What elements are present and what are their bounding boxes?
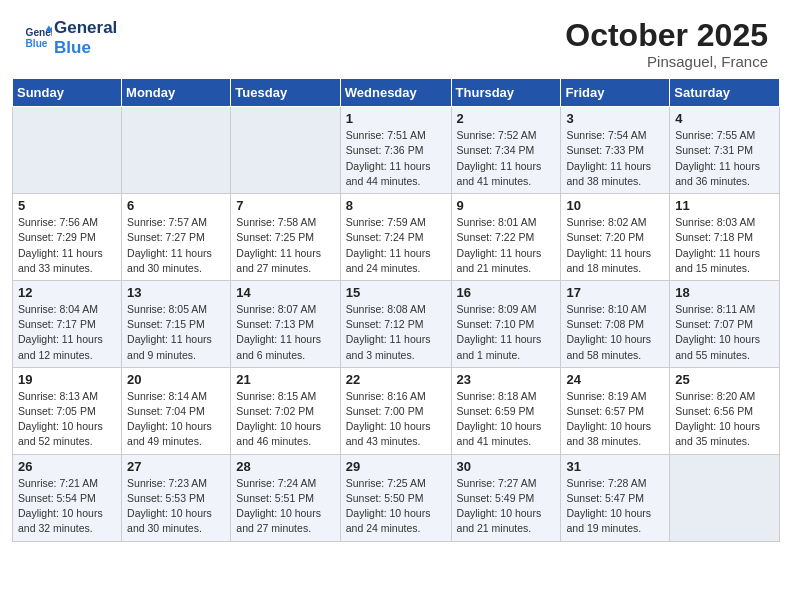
- day-number: 6: [127, 198, 225, 213]
- day-number: 20: [127, 372, 225, 387]
- day-number: 2: [457, 111, 556, 126]
- day-info: Sunrise: 7:51 AM Sunset: 7:36 PM Dayligh…: [346, 128, 446, 189]
- calendar-cell: 2Sunrise: 7:52 AM Sunset: 7:34 PM Daylig…: [451, 107, 561, 194]
- calendar-cell: 28Sunrise: 7:24 AM Sunset: 5:51 PM Dayli…: [231, 454, 340, 541]
- day-info: Sunrise: 8:16 AM Sunset: 7:00 PM Dayligh…: [346, 389, 446, 450]
- weekday-header: Saturday: [670, 79, 780, 107]
- day-number: 18: [675, 285, 774, 300]
- weekday-header: Tuesday: [231, 79, 340, 107]
- calendar-cell: 13Sunrise: 8:05 AM Sunset: 7:15 PM Dayli…: [122, 280, 231, 367]
- logo-blue: Blue: [54, 38, 117, 58]
- day-number: 19: [18, 372, 116, 387]
- day-number: 16: [457, 285, 556, 300]
- day-number: 27: [127, 459, 225, 474]
- calendar-cell: 16Sunrise: 8:09 AM Sunset: 7:10 PM Dayli…: [451, 280, 561, 367]
- day-number: 12: [18, 285, 116, 300]
- day-info: Sunrise: 7:55 AM Sunset: 7:31 PM Dayligh…: [675, 128, 774, 189]
- day-info: Sunrise: 8:14 AM Sunset: 7:04 PM Dayligh…: [127, 389, 225, 450]
- day-info: Sunrise: 7:28 AM Sunset: 5:47 PM Dayligh…: [566, 476, 664, 537]
- day-info: Sunrise: 7:27 AM Sunset: 5:49 PM Dayligh…: [457, 476, 556, 537]
- logo-icon: General Blue: [24, 24, 52, 52]
- calendar-cell: 15Sunrise: 8:08 AM Sunset: 7:12 PM Dayli…: [340, 280, 451, 367]
- weekday-header: Thursday: [451, 79, 561, 107]
- day-number: 24: [566, 372, 664, 387]
- calendar-cell: 6Sunrise: 7:57 AM Sunset: 7:27 PM Daylig…: [122, 194, 231, 281]
- weekday-header: Friday: [561, 79, 670, 107]
- day-info: Sunrise: 8:07 AM Sunset: 7:13 PM Dayligh…: [236, 302, 334, 363]
- day-info: Sunrise: 8:15 AM Sunset: 7:02 PM Dayligh…: [236, 389, 334, 450]
- day-info: Sunrise: 7:21 AM Sunset: 5:54 PM Dayligh…: [18, 476, 116, 537]
- weekday-header: Wednesday: [340, 79, 451, 107]
- day-number: 1: [346, 111, 446, 126]
- day-number: 9: [457, 198, 556, 213]
- calendar-cell: 3Sunrise: 7:54 AM Sunset: 7:33 PM Daylig…: [561, 107, 670, 194]
- day-number: 13: [127, 285, 225, 300]
- calendar-week-row: 5Sunrise: 7:56 AM Sunset: 7:29 PM Daylig…: [13, 194, 780, 281]
- day-number: 29: [346, 459, 446, 474]
- calendar-cell: 30Sunrise: 7:27 AM Sunset: 5:49 PM Dayli…: [451, 454, 561, 541]
- month-title: October 2025: [565, 18, 768, 53]
- calendar-cell: 12Sunrise: 8:04 AM Sunset: 7:17 PM Dayli…: [13, 280, 122, 367]
- calendar-week-row: 19Sunrise: 8:13 AM Sunset: 7:05 PM Dayli…: [13, 367, 780, 454]
- calendar-cell: 5Sunrise: 7:56 AM Sunset: 7:29 PM Daylig…: [13, 194, 122, 281]
- day-info: Sunrise: 8:10 AM Sunset: 7:08 PM Dayligh…: [566, 302, 664, 363]
- calendar-cell: 8Sunrise: 7:59 AM Sunset: 7:24 PM Daylig…: [340, 194, 451, 281]
- calendar-cell: 29Sunrise: 7:25 AM Sunset: 5:50 PM Dayli…: [340, 454, 451, 541]
- day-number: 8: [346, 198, 446, 213]
- day-info: Sunrise: 7:52 AM Sunset: 7:34 PM Dayligh…: [457, 128, 556, 189]
- day-number: 30: [457, 459, 556, 474]
- calendar-cell: 18Sunrise: 8:11 AM Sunset: 7:07 PM Dayli…: [670, 280, 780, 367]
- page-header: General Blue General Blue October 2025 P…: [0, 0, 792, 78]
- day-number: 31: [566, 459, 664, 474]
- calendar-week-row: 26Sunrise: 7:21 AM Sunset: 5:54 PM Dayli…: [13, 454, 780, 541]
- calendar-cell: 20Sunrise: 8:14 AM Sunset: 7:04 PM Dayli…: [122, 367, 231, 454]
- day-info: Sunrise: 8:13 AM Sunset: 7:05 PM Dayligh…: [18, 389, 116, 450]
- day-info: Sunrise: 8:11 AM Sunset: 7:07 PM Dayligh…: [675, 302, 774, 363]
- day-info: Sunrise: 7:58 AM Sunset: 7:25 PM Dayligh…: [236, 215, 334, 276]
- logo-general: General: [54, 18, 117, 38]
- calendar-cell: 26Sunrise: 7:21 AM Sunset: 5:54 PM Dayli…: [13, 454, 122, 541]
- location-subtitle: Pinsaguel, France: [565, 53, 768, 70]
- day-info: Sunrise: 8:04 AM Sunset: 7:17 PM Dayligh…: [18, 302, 116, 363]
- day-number: 4: [675, 111, 774, 126]
- weekday-header: Monday: [122, 79, 231, 107]
- day-info: Sunrise: 8:03 AM Sunset: 7:18 PM Dayligh…: [675, 215, 774, 276]
- svg-text:Blue: Blue: [26, 37, 48, 48]
- day-info: Sunrise: 7:25 AM Sunset: 5:50 PM Dayligh…: [346, 476, 446, 537]
- day-number: 7: [236, 198, 334, 213]
- calendar-cell: 11Sunrise: 8:03 AM Sunset: 7:18 PM Dayli…: [670, 194, 780, 281]
- calendar-cell: 25Sunrise: 8:20 AM Sunset: 6:56 PM Dayli…: [670, 367, 780, 454]
- day-info: Sunrise: 8:18 AM Sunset: 6:59 PM Dayligh…: [457, 389, 556, 450]
- day-info: Sunrise: 8:19 AM Sunset: 6:57 PM Dayligh…: [566, 389, 664, 450]
- day-info: Sunrise: 8:09 AM Sunset: 7:10 PM Dayligh…: [457, 302, 556, 363]
- calendar-cell: [231, 107, 340, 194]
- day-number: 21: [236, 372, 334, 387]
- calendar-wrap: SundayMondayTuesdayWednesdayThursdayFrid…: [0, 78, 792, 563]
- day-number: 10: [566, 198, 664, 213]
- calendar-cell: 1Sunrise: 7:51 AM Sunset: 7:36 PM Daylig…: [340, 107, 451, 194]
- calendar-cell: [122, 107, 231, 194]
- day-number: 28: [236, 459, 334, 474]
- calendar-cell: 19Sunrise: 8:13 AM Sunset: 7:05 PM Dayli…: [13, 367, 122, 454]
- day-info: Sunrise: 7:54 AM Sunset: 7:33 PM Dayligh…: [566, 128, 664, 189]
- calendar-week-row: 1Sunrise: 7:51 AM Sunset: 7:36 PM Daylig…: [13, 107, 780, 194]
- calendar-cell: 23Sunrise: 8:18 AM Sunset: 6:59 PM Dayli…: [451, 367, 561, 454]
- calendar-cell: 27Sunrise: 7:23 AM Sunset: 5:53 PM Dayli…: [122, 454, 231, 541]
- calendar-cell: 21Sunrise: 8:15 AM Sunset: 7:02 PM Dayli…: [231, 367, 340, 454]
- day-number: 14: [236, 285, 334, 300]
- calendar-cell: 24Sunrise: 8:19 AM Sunset: 6:57 PM Dayli…: [561, 367, 670, 454]
- day-info: Sunrise: 7:23 AM Sunset: 5:53 PM Dayligh…: [127, 476, 225, 537]
- day-number: 3: [566, 111, 664, 126]
- calendar-table: SundayMondayTuesdayWednesdayThursdayFrid…: [12, 78, 780, 541]
- calendar-header-row: SundayMondayTuesdayWednesdayThursdayFrid…: [13, 79, 780, 107]
- title-block: October 2025 Pinsaguel, France: [565, 18, 768, 70]
- day-number: 17: [566, 285, 664, 300]
- day-info: Sunrise: 7:56 AM Sunset: 7:29 PM Dayligh…: [18, 215, 116, 276]
- day-info: Sunrise: 7:59 AM Sunset: 7:24 PM Dayligh…: [346, 215, 446, 276]
- day-info: Sunrise: 8:20 AM Sunset: 6:56 PM Dayligh…: [675, 389, 774, 450]
- day-number: 15: [346, 285, 446, 300]
- calendar-cell: [670, 454, 780, 541]
- calendar-cell: 14Sunrise: 8:07 AM Sunset: 7:13 PM Dayli…: [231, 280, 340, 367]
- day-info: Sunrise: 7:24 AM Sunset: 5:51 PM Dayligh…: [236, 476, 334, 537]
- day-number: 23: [457, 372, 556, 387]
